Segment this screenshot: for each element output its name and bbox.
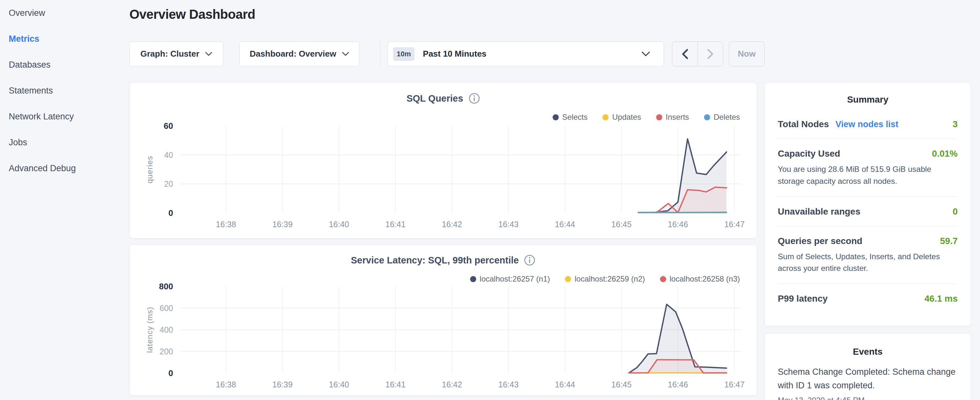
page-title: Overview Dashboard xyxy=(129,7,255,22)
dashboard-dropdown[interactable]: Dashboard: Overview xyxy=(239,41,360,66)
summary-heading: Summary xyxy=(778,94,958,105)
svg-text:0: 0 xyxy=(169,208,173,218)
sidebar-item-statements[interactable]: Statements xyxy=(9,86,129,112)
svg-text:16:38: 16:38 xyxy=(216,380,236,389)
events-heading: Events xyxy=(778,347,958,357)
summary-value: 46.1 ms xyxy=(924,293,958,304)
sidebar: OverviewMetricsDatabasesStatementsNetwor… xyxy=(0,0,129,400)
sidebar-item-overview[interactable]: Overview xyxy=(9,8,129,34)
metrics-page: OverviewMetricsDatabasesStatementsNetwor… xyxy=(0,0,980,400)
graph-dropdown-label: Graph: Cluster xyxy=(140,49,199,59)
svg-text:600: 600 xyxy=(159,304,173,312)
svg-text:16:45: 16:45 xyxy=(611,380,632,389)
svg-text:latency (ms): latency (ms) xyxy=(145,307,154,353)
sidebar-item-jobs[interactable]: Jobs xyxy=(9,137,129,163)
time-range-selector[interactable]: 10m Past 10 Minutes xyxy=(388,41,664,66)
sql-queries-chart-card: SQL Queries SelectsUpdatesInsertsDeletes… xyxy=(129,83,757,239)
summary-row: P99 latency46.1 ms xyxy=(778,284,958,313)
chevron-down-icon xyxy=(342,52,349,56)
svg-text:40: 40 xyxy=(164,150,173,159)
svg-text:800: 800 xyxy=(159,282,173,291)
summary-row: Queries per second59.7Sum of Selects, Up… xyxy=(778,226,958,284)
next-time-button[interactable] xyxy=(698,42,723,66)
svg-text:16:41: 16:41 xyxy=(385,380,406,389)
svg-text:16:39: 16:39 xyxy=(272,220,293,229)
svg-text:16:39: 16:39 xyxy=(272,380,293,389)
svg-text:16:45: 16:45 xyxy=(611,220,632,229)
chevron-down-icon xyxy=(641,51,650,57)
service-latency-chart-card: Service Latency: SQL, 99th percentile lo… xyxy=(129,244,757,396)
prev-time-button[interactable] xyxy=(672,42,698,66)
svg-text:16:44: 16:44 xyxy=(555,220,575,229)
summary-value: 3 xyxy=(953,119,958,129)
svg-text:queries: queries xyxy=(145,156,154,183)
svg-text:16:44: 16:44 xyxy=(555,380,575,389)
time-pager xyxy=(672,41,723,66)
main-content: Overview Dashboard Graph: Cluster Dashbo… xyxy=(129,0,757,400)
event-timestamp: May 13, 2020 at 4:45 PM xyxy=(778,396,958,400)
graph-dropdown[interactable]: Graph: Cluster xyxy=(129,41,223,66)
dashboard-dropdown-label: Dashboard: Overview xyxy=(250,49,336,59)
svg-text:16:46: 16:46 xyxy=(668,220,688,229)
events-list: Schema Change Completed: Schema change w… xyxy=(778,365,958,400)
svg-text:400: 400 xyxy=(159,325,173,334)
event-text: Schema Change Completed: Schema change w… xyxy=(778,365,958,392)
toolbar-divider xyxy=(380,41,380,66)
time-range-badge: 10m xyxy=(393,47,414,61)
svg-text:16:38: 16:38 xyxy=(216,220,236,229)
svg-text:200: 200 xyxy=(159,347,173,356)
svg-text:16:43: 16:43 xyxy=(498,380,519,389)
sidebar-nav-list: OverviewMetricsDatabasesStatementsNetwor… xyxy=(9,8,129,189)
summary-row: Capacity Used0.01%You are using 28.6 MiB… xyxy=(778,139,958,196)
summary-row: Total NodesView nodes list3 xyxy=(778,109,958,139)
chevron-down-icon xyxy=(205,52,212,56)
svg-text:16:43: 16:43 xyxy=(498,220,519,229)
toolbar: Graph: Cluster Dashboard: Overview 10m P… xyxy=(129,41,757,66)
svg-text:16:46: 16:46 xyxy=(668,380,688,389)
events-panel: Events Schema Change Completed: Schema c… xyxy=(765,333,971,400)
summary-label: Capacity Used xyxy=(778,148,840,159)
summary-row: Unavailable ranges0 xyxy=(778,196,958,226)
svg-text:0: 0 xyxy=(169,368,173,378)
sidebar-item-network-latency[interactable]: Network Latency xyxy=(9,112,129,137)
summary-desc: Sum of Selects, Updates, Inserts, and De… xyxy=(778,251,958,275)
summary-label: Unavailable ranges xyxy=(778,207,860,217)
sql-queries-chart[interactable]: 16:3816:3916:4016:4116:4216:4316:4416:45… xyxy=(130,83,757,239)
svg-text:20: 20 xyxy=(164,179,173,188)
summary-label: Queries per second xyxy=(778,236,862,246)
svg-text:16:41: 16:41 xyxy=(385,220,406,229)
chevron-left-icon xyxy=(682,49,688,59)
view-nodes-link[interactable]: View nodes list xyxy=(835,120,899,129)
summary-desc: You are using 28.6 MiB of 515.9 GiB usab… xyxy=(778,163,958,187)
svg-text:16:40: 16:40 xyxy=(329,380,349,389)
summary-value: 0 xyxy=(953,207,958,217)
svg-text:16:47: 16:47 xyxy=(724,380,745,389)
sidebar-item-databases[interactable]: Databases xyxy=(9,60,129,86)
summary-label: P99 latency xyxy=(778,293,827,304)
summary-rows: Total NodesView nodes list3Capacity Used… xyxy=(778,109,958,313)
svg-text:16:42: 16:42 xyxy=(442,380,462,389)
sidebar-item-metrics[interactable]: Metrics xyxy=(9,34,129,60)
svg-text:16:40: 16:40 xyxy=(329,220,349,229)
svg-text:16:47: 16:47 xyxy=(724,220,745,229)
summary-value: 0.01% xyxy=(932,148,958,159)
right-sidebar: Summary Total NodesView nodes list3Capac… xyxy=(765,83,971,400)
time-range-label: Past 10 Minutes xyxy=(423,49,487,59)
svg-text:16:42: 16:42 xyxy=(442,220,462,229)
chevron-right-icon xyxy=(707,49,714,59)
summary-value: 59.7 xyxy=(940,236,958,246)
summary-label: Total Nodes xyxy=(778,119,829,129)
event-item[interactable]: Schema Change Completed: Schema change w… xyxy=(778,365,958,400)
summary-panel: Summary Total NodesView nodes list3Capac… xyxy=(765,83,971,326)
now-button[interactable]: Now xyxy=(729,41,765,66)
svg-text:60: 60 xyxy=(164,121,173,131)
sidebar-item-advanced-debug[interactable]: Advanced Debug xyxy=(9,163,129,189)
service-latency-chart[interactable]: 16:3816:3916:4016:4116:4216:4316:4416:45… xyxy=(130,245,757,396)
